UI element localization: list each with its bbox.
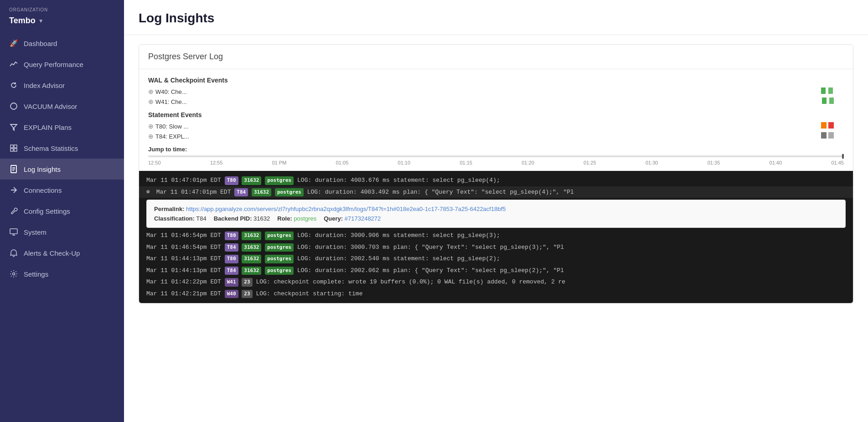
svg-rect-10	[10, 229, 17, 234]
log-timestamp-1: Mar 11 01:47:01pm EDT	[146, 177, 225, 184]
timeline-labels: 12:50 12:55 01 PM 01:05 01:10 01:15 01:2…	[148, 160, 844, 165]
gear-icon	[9, 269, 18, 278]
log-line-8[interactable]: Mar 11 01:42:21pm EDT W40 23 LOG: checkp…	[139, 288, 853, 300]
svg-rect-5	[14, 149, 17, 151]
sidebar-item-label: Settings	[24, 270, 48, 278]
wal-checkpoint-label: WAL & Checkpoint Events	[148, 77, 844, 84]
log-line-5[interactable]: Mar 11 01:44:13pm EDT T80 31632 postgres…	[139, 253, 853, 265]
timeline-area: Jump to time: 12:50 12:55 01 PM 01:05 01…	[139, 142, 853, 171]
connections-icon	[9, 185, 18, 195]
log-line-7[interactable]: Mar 11 01:42:22pm EDT W41 23 LOG: checkp…	[139, 276, 853, 288]
close-log-button[interactable]: ⊗	[146, 189, 150, 196]
sidebar-nav: 🚀 Dashboard Query Performance Index Advi…	[0, 33, 124, 422]
wrench-icon	[9, 206, 18, 216]
permalink-url[interactable]: https://app.pganalyze.com/servers/zl7ryh…	[186, 206, 506, 212]
query-link[interactable]: #7173248272	[345, 215, 381, 222]
t84-bars	[207, 132, 844, 140]
circle-icon	[9, 102, 18, 111]
org-name[interactable]: Tembo ▼	[0, 16, 124, 33]
svg-marker-1	[10, 124, 17, 130]
bar-w40-1	[821, 87, 826, 94]
main-scroll-area: Postgres Server Log WAL & Checkpoint Eve…	[124, 35, 868, 422]
main-content-area: Log Insights Postgres Server Log WAL & C…	[124, 0, 868, 422]
zoom-t84-icon[interactable]: ⊕	[148, 133, 154, 140]
statement-events-label: Statement Events	[148, 111, 844, 118]
sidebar-item-log-insights[interactable]: Log Insights	[0, 159, 124, 180]
role-meta: Role: postgres	[277, 215, 316, 222]
tag-t80-1: T80	[225, 176, 238, 185]
page-header: Log Insights	[124, 0, 868, 35]
permalink-row: Permalink: https://app.pganalyze.com/ser…	[154, 206, 838, 212]
time-label: 12:55	[210, 160, 223, 165]
sidebar-item-label: Index Advisor	[24, 82, 65, 89]
sidebar-item-vacuum-advisor[interactable]: VACUUM Advisor	[0, 96, 124, 117]
sidebar-item-label: Schema Statistics	[24, 144, 78, 152]
sidebar-item-index-advisor[interactable]: Index Advisor	[0, 75, 124, 96]
permalink-meta: Classification: T84 Backend PID: 31632 R…	[154, 215, 838, 222]
log-line-6[interactable]: Mar 11 01:44:13pm EDT T84 31632 postgres…	[139, 265, 853, 277]
log-line-2[interactable]: ⊗ Mar 11 01:47:01pm EDT T84 31632 postgr…	[139, 186, 853, 198]
w40-bars	[207, 87, 844, 96]
bar-w41-1	[822, 98, 827, 104]
bell-icon	[9, 248, 18, 257]
filter-icon	[9, 123, 18, 132]
bar-t84-1	[821, 132, 827, 139]
sidebar-item-label: Connections	[24, 186, 62, 194]
tag-role-1: postgres	[265, 176, 294, 185]
log-line-4[interactable]: Mar 11 01:46:54pm EDT T84 31632 postgres…	[139, 242, 853, 253]
timeline-scrubber[interactable]	[148, 155, 844, 157]
sidebar-item-settings[interactable]: Settings	[0, 263, 124, 284]
t80-bars	[207, 122, 844, 130]
sidebar-item-dashboard[interactable]: 🚀 Dashboard	[0, 33, 124, 54]
svg-rect-2	[10, 145, 13, 148]
org-label: ORGANIZATION	[0, 0, 124, 16]
log-line-1[interactable]: Mar 11 01:47:01pm EDT T80 31632 postgres…	[139, 175, 853, 186]
zoom-w41-icon[interactable]: ⊕	[148, 98, 154, 105]
sidebar-item-label: Config Settings	[24, 207, 70, 215]
card-title: Postgres Server Log	[139, 45, 853, 69]
sidebar-item-alerts[interactable]: Alerts & Check-Up	[0, 242, 124, 263]
log-text-2: LOG: duration: 4003.492 ms plan: { "Quer…	[307, 189, 574, 196]
time-label: 01:30	[646, 160, 658, 165]
sidebar-item-schema-statistics[interactable]: Schema Statistics	[0, 138, 124, 159]
time-label: 01:25	[584, 160, 596, 165]
zoom-t80-icon[interactable]: ⊕	[148, 123, 154, 130]
time-label: 01 PM	[272, 160, 287, 165]
log-line-3[interactable]: Mar 11 01:46:54pm EDT T80 31632 postgres…	[139, 230, 853, 242]
w40-label: W40: Che...	[155, 88, 187, 95]
sidebar-item-system[interactable]: System	[0, 221, 124, 242]
time-label: 01:35	[708, 160, 720, 165]
tag-pid-2: 31632	[252, 188, 271, 197]
refresh-icon	[9, 81, 18, 90]
w41-bars	[207, 98, 844, 106]
t80-label: T80: Slow ...	[155, 123, 188, 130]
bar-w41-2	[829, 98, 834, 104]
sidebar-item-label: System	[24, 228, 46, 236]
svg-rect-3	[14, 145, 17, 148]
time-label: 01:10	[398, 160, 411, 165]
chart-row-w40: ⊕ W40: Che...	[148, 87, 844, 96]
chart-area: WAL & Checkpoint Events ⊕ W40: Che... ⊕ …	[139, 69, 853, 140]
svg-rect-4	[10, 149, 13, 151]
sidebar-item-query-performance[interactable]: Query Performance	[0, 54, 124, 75]
sidebar-item-label: Dashboard	[24, 40, 57, 47]
sidebar-item-label: Alerts & Check-Up	[24, 249, 80, 257]
svg-point-13	[13, 273, 15, 275]
pid-value: 31632	[253, 215, 270, 222]
w41-label: W41: Che...	[155, 98, 187, 105]
sidebar-item-explain-plans[interactable]: EXPLAIN Plans	[0, 117, 124, 138]
chart-row-t84: ⊕ T84: EXPL...	[148, 132, 844, 140]
file-text-icon	[9, 165, 18, 174]
sidebar-item-config-settings[interactable]: Config Settings	[0, 201, 124, 221]
zoom-w40-icon[interactable]: ⊕	[148, 88, 154, 95]
t84-label: T84: EXPL...	[155, 133, 189, 140]
sidebar-item-label: EXPLAIN Plans	[24, 124, 72, 131]
log-timestamp-2: Mar 11 01:47:01pm EDT	[156, 189, 235, 196]
tag-t84-1: T84	[234, 188, 248, 197]
tag-pid-1: 31632	[242, 176, 261, 185]
grid-icon	[9, 144, 18, 153]
sidebar-item-connections[interactable]: Connections	[0, 180, 124, 201]
bar-t80-2	[828, 122, 834, 129]
sidebar-item-label: VACUUM Advisor	[24, 103, 77, 110]
sidebar: ORGANIZATION Tembo ▼ 🚀 Dashboard Query P…	[0, 0, 124, 422]
